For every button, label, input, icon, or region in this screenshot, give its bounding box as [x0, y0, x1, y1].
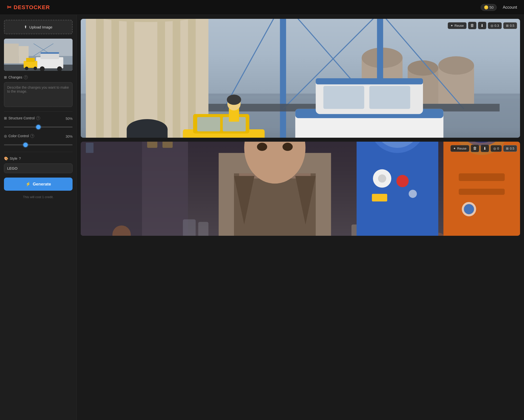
- upload-image-button[interactable]: ⬆ Upload Image: [4, 20, 73, 34]
- result-2-grid-icon: ⊞: [506, 147, 509, 150]
- svg-rect-2: [4, 44, 19, 63]
- preview-image: [4, 39, 73, 71]
- result-1-grid-button[interactable]: ⊞ 0.5: [503, 22, 517, 29]
- svg-point-27: [438, 56, 474, 75]
- svg-point-14: [25, 67, 28, 70]
- svg-rect-75: [142, 142, 188, 236]
- svg-rect-56: [323, 86, 364, 109]
- svg-point-72: [227, 95, 241, 105]
- style-section: 🎨 Style ?: [4, 157, 73, 173]
- result-2-download-button[interactable]: ⬇: [481, 145, 489, 152]
- color-control-label-row: ◎ Color Control ?: [4, 134, 34, 138]
- logo-icon: ✂: [7, 4, 12, 11]
- svg-rect-37: [111, 19, 119, 138]
- structure-control-slider[interactable]: [4, 127, 73, 128]
- changes-textarea[interactable]: [4, 82, 73, 107]
- style-help-icon[interactable]: ?: [19, 157, 21, 160]
- svg-rect-39: [157, 19, 165, 138]
- structure-control-value: 50%: [66, 117, 73, 121]
- content-area: ✦ Reuse 🗑 ⬇ ◎ 0.3 ⊞ 0.5: [77, 15, 524, 420]
- svg-rect-89: [198, 222, 208, 236]
- svg-point-15: [34, 67, 37, 70]
- result-2-reuse-button[interactable]: ✦ Reuse: [450, 145, 469, 152]
- structure-control-label-row: ⊞ Structure Control ?: [4, 116, 40, 120]
- style-label-row: 🎨 Style ?: [4, 157, 73, 160]
- result-1-reuse-button[interactable]: ✦ Reuse: [448, 22, 467, 29]
- result-1-download-button[interactable]: ⬇: [478, 22, 486, 29]
- structure-control-label: Structure Control: [8, 116, 35, 120]
- result-1-delete-button[interactable]: 🗑: [468, 22, 476, 29]
- color-control-label: Color Control: [8, 134, 29, 138]
- header-right: 🪙 50 Account: [481, 4, 517, 11]
- result-2-similarity-value: 0: [497, 147, 499, 150]
- svg-rect-102: [357, 142, 438, 236]
- generate-button[interactable]: ⚡ Generate: [4, 178, 73, 191]
- changes-label: Changes: [8, 75, 22, 79]
- svg-point-109: [396, 175, 409, 187]
- style-input[interactable]: [4, 163, 73, 173]
- color-help-icon[interactable]: ?: [30, 134, 34, 138]
- result-1-grid-icon: ⊞: [506, 24, 509, 27]
- result-1-reuse-label: Reuse: [454, 24, 464, 27]
- result-image-1: [81, 19, 520, 138]
- color-control-value: 30%: [66, 134, 73, 138]
- svg-rect-13: [26, 58, 35, 62]
- result-1-similarity-value: 0.3: [495, 24, 499, 27]
- result-svg-2: [81, 142, 520, 236]
- svg-point-99: [283, 143, 293, 151]
- result-1-download-icon: ⬇: [480, 23, 484, 28]
- changes-icon: ⊞: [4, 75, 7, 79]
- result-2-actions: ✦ Reuse 🗑 ⬇ ◎ 0 ⊞ 0.5: [450, 145, 517, 152]
- account-button[interactable]: Account: [503, 5, 517, 10]
- svg-rect-115: [459, 173, 505, 181]
- main-layout: ⬆ Upload Image: [0, 15, 524, 420]
- svg-point-118: [464, 204, 474, 214]
- changes-label-row: ⊞ Changes ?: [4, 75, 73, 79]
- svg-rect-116: [459, 189, 505, 195]
- svg-rect-36: [96, 19, 104, 138]
- result-2-reuse-label: Reuse: [457, 147, 467, 150]
- structure-control-section: ⊞ Structure Control ? 50%: [4, 116, 73, 130]
- credits-display: 🪙 50: [481, 4, 497, 11]
- changes-section: ⊞ Changes ?: [4, 75, 73, 107]
- result-1-similarity-button[interactable]: ◎ 0.3: [488, 22, 502, 29]
- svg-rect-28: [280, 19, 286, 138]
- divider-1: [4, 111, 73, 112]
- svg-rect-38: [127, 19, 134, 138]
- structure-control-header: ⊞ Structure Control ? 50%: [4, 116, 73, 121]
- svg-rect-40: [173, 19, 180, 138]
- structure-icon: ⊞: [4, 116, 7, 120]
- result-2-grid-button[interactable]: ⊞ 0.5: [503, 145, 517, 152]
- svg-point-107: [378, 174, 386, 183]
- result-card-1: ✦ Reuse 🗑 ⬇ ◎ 0.3 ⊞ 0.5: [81, 19, 520, 138]
- result-svg-1: [81, 19, 520, 138]
- upload-label: Upload Image: [29, 25, 52, 29]
- structure-slider-wrapper: [4, 123, 73, 130]
- result-2-similarity-button[interactable]: ◎ 0: [491, 145, 502, 152]
- svg-rect-55: [316, 78, 423, 84]
- generate-icon: ⚡: [26, 182, 31, 187]
- preview-svg: [4, 39, 73, 71]
- color-control-slider[interactable]: [4, 144, 73, 145]
- result-image-2: [81, 142, 520, 236]
- svg-rect-57: [369, 86, 410, 109]
- svg-rect-77: [162, 142, 173, 148]
- svg-rect-64: [197, 117, 220, 131]
- svg-rect-9: [41, 52, 59, 54]
- color-control-header: ◎ Color Control ? 30%: [4, 134, 73, 139]
- result-1-actions: ✦ Reuse 🗑 ⬇ ◎ 0.3 ⊞ 0.5: [448, 22, 517, 29]
- color-control-section: ◎ Color Control ? 30%: [4, 134, 73, 147]
- style-label: Style: [10, 157, 17, 160]
- color-slider-wrapper: [4, 141, 73, 147]
- credits-icon: 🪙: [484, 5, 489, 10]
- result-2-reuse-icon: ✦: [453, 147, 456, 150]
- preview-image-inner: [4, 39, 73, 71]
- result-1-grid-value: 0.5: [510, 24, 514, 27]
- result-2-delete-button[interactable]: 🗑: [471, 145, 479, 152]
- structure-help-icon[interactable]: ?: [36, 116, 40, 120]
- changes-help-icon[interactable]: ?: [24, 75, 28, 79]
- color-icon: ◎: [4, 134, 7, 138]
- svg-rect-78: [86, 143, 94, 153]
- svg-point-110: [409, 190, 417, 198]
- cost-text: This will cost 1 credit.: [4, 195, 73, 199]
